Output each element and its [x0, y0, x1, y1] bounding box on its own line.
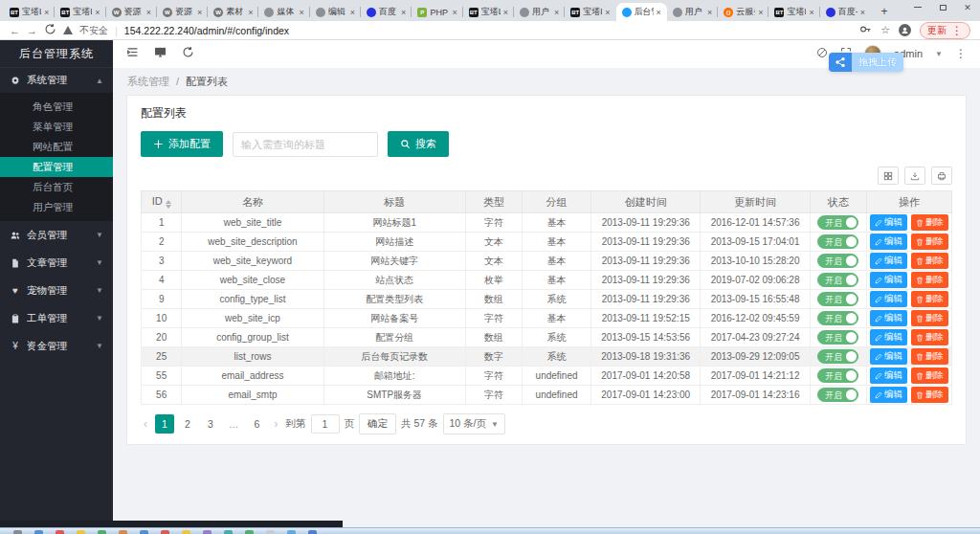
- delete-button[interactable]: 删除: [911, 291, 948, 307]
- restore-icon[interactable]: [932, 1, 953, 13]
- sort-icon[interactable]: [166, 200, 171, 209]
- page-number-3[interactable]: 3: [201, 414, 220, 434]
- edit-button[interactable]: 编辑: [870, 214, 907, 231]
- taskbar-app-icon[interactable]: [98, 530, 106, 534]
- jump-confirm-button[interactable]: 确定: [359, 413, 396, 434]
- taskbar-app-icon[interactable]: [56, 530, 64, 534]
- status-toggle[interactable]: 开启: [817, 368, 858, 383]
- delete-button[interactable]: 删除: [911, 253, 948, 269]
- tab-close-icon[interactable]: ×: [809, 8, 813, 17]
- filter-columns-icon[interactable]: [878, 167, 899, 185]
- status-toggle[interactable]: 开启: [817, 349, 858, 364]
- windows-taskbar[interactable]: [0, 527, 980, 534]
- monitor-icon[interactable]: [154, 45, 167, 62]
- status-toggle[interactable]: 开启: [817, 234, 858, 249]
- column-header-ID[interactable]: ID: [142, 191, 182, 213]
- status-toggle[interactable]: 开启: [817, 388, 858, 402]
- browser-tab[interactable]: 媒体×: [258, 3, 309, 21]
- next-page-icon[interactable]: ›: [272, 417, 281, 431]
- tab-close-icon[interactable]: ×: [300, 8, 304, 17]
- taskbar-app-icon[interactable]: [34, 530, 43, 534]
- edit-button[interactable]: 编辑: [870, 387, 907, 403]
- sidebar-item-网站配置[interactable]: 网站配置: [0, 137, 113, 157]
- browser-tab[interactable]: PPHP×: [412, 3, 462, 21]
- sidebar-group-文章管理[interactable]: 文章管理▼: [0, 249, 113, 277]
- sidebar-group-会员管理[interactable]: 会员管理▼: [0, 221, 113, 249]
- upload-badge[interactable]: 拖拽上传: [829, 53, 903, 72]
- browser-tab[interactable]: 用户×: [667, 3, 718, 21]
- edit-button[interactable]: 编辑: [870, 348, 907, 365]
- edit-button[interactable]: 编辑: [870, 329, 907, 345]
- status-toggle[interactable]: 开启: [817, 311, 858, 325]
- browser-tab[interactable]: W素材×: [208, 3, 258, 21]
- browser-profile-icon[interactable]: [899, 24, 911, 36]
- edit-button[interactable]: 编辑: [870, 367, 907, 384]
- taskbar-app-icon[interactable]: [77, 530, 85, 534]
- bookmark-star-icon[interactable]: ☆: [880, 24, 890, 36]
- sidebar-group-系统管理[interactable]: 系统管理▲: [0, 68, 113, 93]
- tab-close-icon[interactable]: ×: [554, 8, 559, 17]
- back-icon[interactable]: ←: [10, 25, 20, 36]
- delete-button[interactable]: 删除: [911, 214, 948, 231]
- password-key-icon[interactable]: [859, 23, 872, 37]
- taskbar-app-icon[interactable]: [203, 530, 212, 534]
- taskbar-app-icon[interactable]: [119, 530, 127, 534]
- browser-tab[interactable]: 百度-×: [820, 3, 871, 21]
- minimize-icon[interactable]: [907, 1, 928, 13]
- edit-button[interactable]: 编辑: [870, 253, 907, 269]
- reload-icon[interactable]: [44, 23, 56, 37]
- tab-close-icon[interactable]: ×: [401, 8, 406, 17]
- add-config-button[interactable]: 添加配置: [141, 131, 223, 157]
- tab-close-icon[interactable]: ×: [657, 8, 661, 17]
- tab-close-icon[interactable]: ×: [707, 8, 712, 17]
- tab-close-icon[interactable]: ×: [146, 8, 151, 17]
- search-button[interactable]: 搜索: [388, 131, 449, 157]
- taskbar-app-icon[interactable]: [287, 530, 296, 534]
- tab-close-icon[interactable]: ×: [605, 8, 610, 17]
- browser-update-button[interactable]: 更新 ⋮: [920, 22, 970, 39]
- browser-tab[interactable]: W资源×: [106, 3, 157, 21]
- more-options-icon[interactable]: ⋮: [955, 47, 967, 60]
- taskbar-app-icon[interactable]: [224, 530, 233, 534]
- status-toggle[interactable]: 开启: [817, 273, 858, 287]
- browser-tab[interactable]: BT宝塔L×: [768, 3, 819, 21]
- refresh-page-icon[interactable]: [182, 45, 194, 62]
- tab-close-icon[interactable]: ×: [95, 8, 100, 17]
- edit-button[interactable]: 编辑: [870, 310, 907, 326]
- jump-page-input[interactable]: [311, 414, 340, 434]
- browser-tab[interactable]: BT宝塔L×: [565, 3, 615, 21]
- sidebar-group-宠物管理[interactable]: ♥宠物管理▼: [0, 277, 113, 304]
- search-input[interactable]: [233, 132, 378, 157]
- browser-tab[interactable]: 编辑×: [310, 3, 361, 21]
- status-toggle[interactable]: 开启: [817, 254, 858, 268]
- close-icon[interactable]: ✕: [957, 1, 978, 13]
- edit-button[interactable]: 编辑: [870, 272, 907, 288]
- taskbar-app-icon[interactable]: [308, 530, 317, 534]
- sidebar-item-后台首页[interactable]: 后台首页: [0, 177, 113, 197]
- delete-button[interactable]: 删除: [911, 272, 948, 288]
- sidebar-item-用户管理[interactable]: 用户管理: [0, 197, 113, 217]
- status-toggle[interactable]: 开启: [817, 215, 858, 230]
- browser-tab[interactable]: W资源×: [157, 3, 208, 21]
- browser-tab[interactable]: BT宝塔L×: [463, 3, 514, 21]
- security-label[interactable]: 不安全: [79, 24, 108, 37]
- taskbar-app-icon[interactable]: [266, 530, 275, 534]
- tab-close-icon[interactable]: ×: [350, 8, 355, 17]
- tab-close-icon[interactable]: ×: [758, 8, 763, 17]
- browser-tab[interactable]: BT宝塔L×: [4, 3, 55, 21]
- forward-icon[interactable]: →: [27, 25, 37, 36]
- browser-tab[interactable]: 用户×: [514, 3, 565, 21]
- sidebar-item-角色管理[interactable]: 角色管理: [0, 97, 113, 117]
- print-icon[interactable]: [931, 167, 952, 185]
- browser-tab[interactable]: {}云服务×: [718, 3, 768, 21]
- export-icon[interactable]: [904, 167, 925, 185]
- taskbar-app-icon[interactable]: [140, 530, 148, 534]
- page-number-1[interactable]: 1: [155, 414, 174, 434]
- taskbar-app-icon[interactable]: [13, 530, 22, 534]
- browser-tab-active[interactable]: 后台管×: [616, 3, 667, 21]
- breadcrumb-parent[interactable]: 系统管理: [127, 75, 169, 89]
- tab-close-icon[interactable]: ×: [248, 8, 253, 17]
- sidebar-group-工单管理[interactable]: 工单管理▼: [0, 304, 113, 332]
- delete-button[interactable]: 删除: [911, 367, 948, 384]
- sidebar-item-菜单管理[interactable]: 菜单管理: [0, 117, 113, 137]
